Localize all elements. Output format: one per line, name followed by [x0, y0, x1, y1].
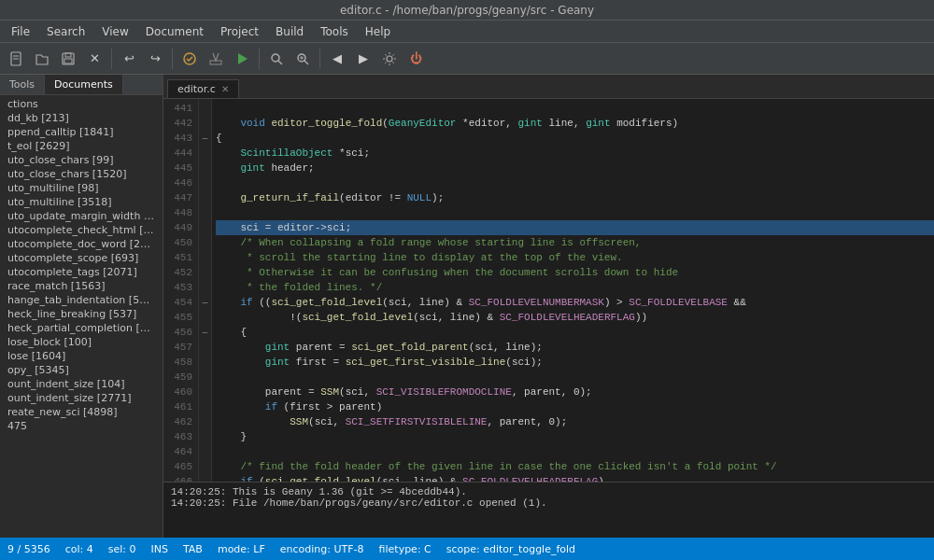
sidebar-list-item[interactable]: opy_ [5345] — [0, 363, 163, 377]
status-sel: sel: 0 — [108, 543, 136, 555]
code-line[interactable]: /* When collapsing a fold range whose st… — [216, 235, 934, 250]
menu-project[interactable]: Project — [213, 23, 266, 40]
save-file-button[interactable] — [56, 47, 80, 71]
code-line[interactable]: SSM(sci, SCI_SETFIRSTVISIBLELINE, parent… — [216, 414, 934, 429]
code-line[interactable] — [216, 370, 934, 385]
svg-marker-8 — [238, 53, 248, 64]
run-button[interactable] — [230, 47, 254, 71]
sidebar-list-item[interactable]: lose_block [100] — [0, 335, 163, 349]
code-line[interactable]: void editor_toggle_fold(GeanyEditor *edi… — [216, 116, 934, 131]
code-line[interactable] — [216, 205, 934, 220]
sidebar-list-item[interactable]: utocomplete_scope [693] — [0, 251, 163, 265]
code-line[interactable]: /* find the fold header of the given lin… — [216, 459, 934, 474]
menu-bar: File Search View Document Project Build … — [0, 21, 934, 43]
menu-document[interactable]: Document — [138, 23, 211, 40]
code-line[interactable] — [216, 444, 934, 459]
sidebar-list-item[interactable]: uto_close_chars [1520] — [0, 167, 163, 181]
code-line[interactable]: !(sci_get_fold_level(sci, line) & SC_FOL… — [216, 310, 934, 325]
tab-close-icon[interactable]: ✕ — [221, 84, 229, 94]
code-line[interactable]: { — [216, 325, 934, 340]
compile-button[interactable] — [177, 47, 202, 71]
status-mode: INS — [151, 543, 168, 555]
code-line[interactable]: parent = SSM(sci, SCI_VISIBLEFROMDOCLINE… — [216, 385, 934, 399]
sidebar-list-item[interactable]: heck_partial_completion [1016] — [0, 321, 163, 335]
code-line[interactable]: } — [216, 429, 934, 444]
quit-button[interactable]: ⏻ — [403, 47, 428, 71]
sidebar-list-item[interactable]: lose [1604] — [0, 349, 163, 363]
svg-point-9 — [272, 54, 279, 62]
search-button[interactable] — [264, 47, 289, 71]
fold-indicator — [199, 235, 211, 250]
sidebar-list-item[interactable]: heck_line_breaking [537] — [0, 307, 163, 321]
sidebar-list-item[interactable]: uto_multiline [98] — [0, 181, 163, 195]
redo-button[interactable]: ↪ — [143, 47, 167, 71]
code-line[interactable]: if ((sci_get_fold_level(sci, line) & SC_… — [216, 295, 934, 310]
toolbar-separator-1 — [111, 49, 112, 69]
code-line[interactable]: { — [216, 131, 934, 146]
code-line[interactable]: * scroll the starting line to display at… — [216, 250, 934, 265]
sidebar-list-item[interactable]: utocomplete_doc_word [2180] — [0, 237, 163, 251]
status-col: col: 4 — [65, 543, 93, 555]
menu-help[interactable]: Help — [358, 23, 398, 40]
build-button[interactable] — [204, 47, 228, 71]
sidebar-tab-documents[interactable]: Documents — [45, 75, 123, 94]
sidebar-list-item[interactable]: ount_indent_size [104] — [0, 377, 163, 391]
toolbar-separator-3 — [259, 49, 260, 69]
menu-build[interactable]: Build — [268, 23, 311, 40]
code-line[interactable]: * Otherwise it can be confusing when the… — [216, 265, 934, 280]
sidebar-list-item[interactable]: hange_tab_indentation [5210] — [0, 293, 163, 307]
code-line[interactable]: if (sci_get_fold_level(sci, line) & SC_F… — [216, 474, 934, 482]
sidebar-list-item[interactable]: dd_kb [213] — [0, 111, 163, 125]
menu-search[interactable]: Search — [39, 23, 92, 40]
forward-button[interactable]: ▶ — [351, 47, 375, 71]
code-container: 4414424434444454464474484494504514524534… — [163, 99, 934, 482]
fold-indicator[interactable]: − — [199, 295, 211, 310]
menu-tools[interactable]: Tools — [313, 23, 356, 40]
code-line[interactable]: gint parent = sci_get_fold_parent(sci, l… — [216, 340, 934, 355]
back-button[interactable]: ◀ — [325, 47, 349, 71]
sidebar-list-item[interactable]: reate_new_sci [4898] — [0, 405, 163, 419]
code-line[interactable] — [216, 175, 934, 190]
editor-tab[interactable]: editor.c ✕ — [167, 79, 239, 98]
close-file-button[interactable]: ✕ — [82, 47, 106, 71]
sidebar-list-item[interactable]: ctions — [0, 97, 163, 111]
toolbar: ✕ ↩ ↪ ◀ ▶ ⏻ — [0, 43, 934, 75]
code-line[interactable]: g_return_if_fail(editor != NULL); — [216, 190, 934, 205]
code-line[interactable]: if (first > parent) — [216, 399, 934, 414]
sidebar-tab-tools[interactable]: Tools — [0, 75, 45, 94]
sidebar-list-item[interactable]: 475 — [0, 419, 163, 433]
code-line[interactable]: gint first = sci_get_first_visible_line(… — [216, 355, 934, 370]
sidebar-list-item[interactable]: ppend_calltip [1841] — [0, 125, 163, 139]
sidebar-list-item[interactable]: uto_update_margin_width [989] — [0, 209, 163, 223]
sidebar-list-item[interactable]: t_eol [2629] — [0, 139, 163, 153]
code-line[interactable]: * the folded lines. */ — [216, 280, 934, 295]
code-content[interactable]: void editor_toggle_fold(GeanyEditor *edi… — [212, 99, 934, 482]
sidebar-list-item[interactable]: uto_multiline [3518] — [0, 195, 163, 209]
sidebar-list-item[interactable]: ount_indent_size [2771] — [0, 391, 163, 405]
code-line[interactable]: gint header; — [216, 161, 934, 175]
sidebar-list-item[interactable]: utocomplete_check_html [2088] — [0, 223, 163, 237]
fold-indicator — [199, 265, 211, 280]
toolbar-separator-2 — [172, 49, 173, 69]
new-file-button[interactable] — [4, 47, 28, 71]
sidebar-list-item[interactable]: race_match [1563] — [0, 279, 163, 293]
fold-indicator[interactable]: − — [199, 325, 211, 340]
prefs-button[interactable] — [377, 47, 402, 71]
menu-file[interactable]: File — [4, 23, 37, 40]
code-line[interactable] — [216, 101, 934, 116]
fold-indicator[interactable]: − — [199, 131, 211, 146]
undo-button[interactable]: ↩ — [117, 47, 141, 71]
main-area: Tools Documents ctionsdd_kb [213]ppend_c… — [0, 75, 934, 538]
code-line[interactable]: sci = editor->sci; — [216, 220, 934, 235]
menu-view[interactable]: View — [94, 23, 135, 40]
open-file-button[interactable] — [30, 47, 54, 71]
fold-indicator — [199, 101, 211, 116]
code-line[interactable]: ScintillaObject *sci; — [216, 146, 934, 161]
sidebar-list-item[interactable]: uto_close_chars [99] — [0, 153, 163, 167]
zoom-button[interactable] — [290, 47, 315, 71]
sidebar-list-item[interactable]: utocomplete_tags [2071] — [0, 265, 163, 279]
fold-indicator — [199, 355, 211, 370]
window-title: editor.c - /home/ban/progs/geany/src - G… — [340, 4, 594, 17]
message-line: 14:20:25: This is Geany 1.36 (git >= 4bc… — [171, 486, 927, 497]
fold-indicator — [199, 146, 211, 161]
